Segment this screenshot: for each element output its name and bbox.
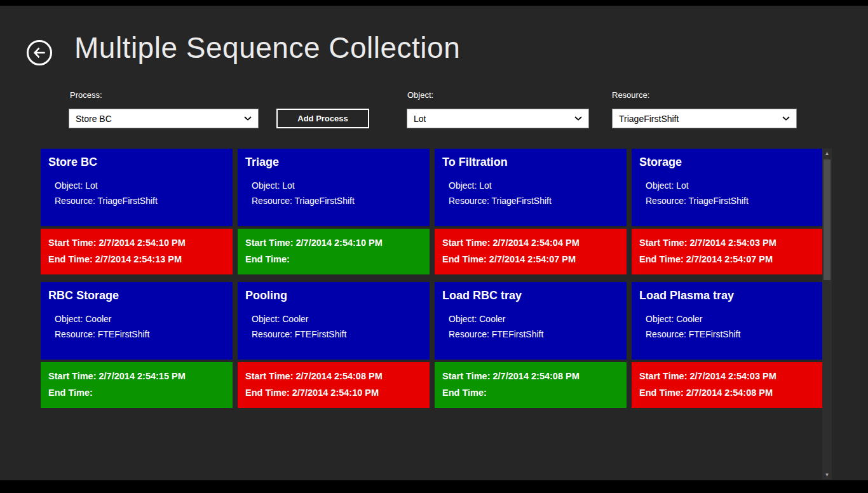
card-times: Start Time: 2/7/2014 2:54:15 PM End Time… (41, 362, 233, 408)
card-start-time: Start Time: 2/7/2014 2:54:04 PM (442, 234, 619, 251)
card-end-time: End Time: 2/7/2014 2:54:10 PM (245, 384, 422, 401)
card-object-label: Object: (55, 314, 83, 324)
process-card[interactable]: Load RBC tray Object: Cooler Resource: F… (435, 282, 627, 408)
resource-dropdown[interactable]: TriageFirstShift (612, 109, 797, 128)
start-time-label: Start Time: (639, 238, 687, 248)
process-card[interactable]: Storage Object: Lot Resource: TriageFirs… (632, 149, 824, 274)
card-object-value: Cooler (85, 314, 111, 324)
card-header: Storage Object: Lot Resource: TriageFirs… (632, 149, 824, 226)
card-resource-value: FTEFirstShift (492, 329, 544, 339)
card-resource-label: Resource: (646, 329, 686, 339)
process-card[interactable]: To Filtration Object: Lot Resource: Tria… (435, 149, 627, 274)
back-button[interactable] (27, 40, 52, 65)
card-times: Start Time: 2/7/2014 2:54:04 PM End Time… (435, 229, 627, 274)
process-card[interactable]: Triage Object: Lot Resource: TriageFirst… (238, 149, 430, 274)
card-object-value: Lot (676, 180, 688, 191)
card-times: Start Time: 2/7/2014 2:54:08 PM End Time… (238, 362, 430, 408)
start-time-value: 2/7/2014 2:54:10 PM (296, 238, 383, 248)
card-end-time: End Time: (245, 251, 422, 267)
card-end-time: End Time: 2/7/2014 2:54:07 PM (639, 251, 816, 267)
card-resource: Resource: TriageFirstShift (245, 193, 422, 208)
card-header: Load Plasma tray Object: Cooler Resource… (632, 282, 824, 360)
card-title: Triage (245, 156, 422, 169)
card-object-label: Object: (646, 180, 674, 191)
end-time-label: End Time: (639, 388, 684, 398)
start-time-label: Start Time: (48, 371, 96, 381)
card-resource: Resource: FTEFirstShift (245, 327, 422, 342)
card-start-time: Start Time: 2/7/2014 2:54:03 PM (639, 368, 816, 384)
card-times: Start Time: 2/7/2014 2:54:03 PM End Time… (632, 362, 824, 408)
card-header: Load RBC tray Object: Cooler Resource: F… (435, 282, 627, 360)
card-header: Store BC Object: Lot Resource: TriageFir… (41, 149, 233, 226)
process-card[interactable]: RBC Storage Object: Cooler Resource: FTE… (41, 282, 233, 408)
object-dropdown[interactable]: Lot (407, 109, 589, 128)
card-start-time: Start Time: 2/7/2014 2:54:10 PM (245, 234, 422, 251)
card-times: Start Time: 2/7/2014 2:54:03 PM End Time… (632, 229, 824, 274)
card-title: Pooling (245, 289, 422, 302)
card-title: RBC Storage (48, 289, 225, 302)
end-time-value: 2/7/2014 2:54:13 PM (95, 254, 182, 264)
card-resource-value: FTEFirstShift (689, 329, 741, 339)
card-object-label: Object: (55, 180, 83, 191)
start-time-value: 2/7/2014 2:54:03 PM (690, 371, 776, 381)
resource-label: Resource: (612, 90, 649, 100)
card-object: Object: Lot (245, 178, 422, 193)
card-header: Pooling Object: Cooler Resource: FTEFirs… (238, 282, 430, 360)
card-object: Object: Lot (639, 178, 816, 193)
card-header: RBC Storage Object: Cooler Resource: FTE… (41, 282, 233, 360)
add-process-button[interactable]: Add Process (276, 109, 369, 128)
start-time-label: Start Time: (245, 238, 293, 248)
card-object-label: Object: (252, 314, 280, 324)
start-time-value: 2/7/2014 2:54:03 PM (690, 238, 776, 248)
end-time-value: 2/7/2014 2:54:08 PM (686, 388, 773, 398)
card-start-time: Start Time: 2/7/2014 2:54:08 PM (442, 368, 619, 384)
process-card[interactable]: Store BC Object: Lot Resource: TriageFir… (41, 149, 233, 274)
start-time-value: 2/7/2014 2:54:10 PM (99, 238, 186, 248)
end-time-label: End Time: (639, 254, 684, 264)
card-times: Start Time: 2/7/2014 2:54:10 PM End Time… (41, 229, 233, 274)
card-object-value: Lot (85, 180, 97, 191)
process-label: Process: (70, 90, 102, 100)
card-resource-value: FTEFirstShift (295, 329, 347, 339)
card-object-label: Object: (449, 180, 477, 191)
card-object-value: Cooler (282, 314, 308, 324)
end-time-label: End Time: (48, 388, 93, 398)
card-resource-label: Resource: (252, 329, 292, 339)
card-object-value: Lot (479, 180, 491, 191)
process-card[interactable]: Pooling Object: Cooler Resource: FTEFirs… (238, 282, 430, 408)
end-time-value: 2/7/2014 2:54:07 PM (489, 254, 576, 264)
card-resource: Resource: FTEFirstShift (639, 327, 816, 342)
card-start-time: Start Time: 2/7/2014 2:54:08 PM (245, 368, 422, 384)
scroll-up-icon[interactable]: ▲ (822, 149, 832, 158)
card-resource-value: TriageFirstShift (294, 196, 354, 206)
card-object: Object: Cooler (442, 311, 619, 327)
card-object: Object: Cooler (48, 311, 225, 327)
process-dropdown[interactable]: Store BC (69, 109, 259, 128)
end-time-label: End Time: (245, 254, 290, 264)
scroll-down-icon[interactable]: ▼ (822, 470, 832, 480)
start-time-value: 2/7/2014 2:54:08 PM (296, 371, 383, 381)
card-resource: Resource: FTEFirstShift (48, 327, 225, 342)
vertical-scrollbar[interactable]: ▲ ▼ (822, 149, 832, 480)
end-time-label: End Time: (442, 254, 487, 264)
card-title: To Filtration (442, 156, 619, 169)
card-end-time: End Time: (442, 384, 619, 401)
card-resource: Resource: TriageFirstShift (48, 193, 225, 208)
card-object: Object: Lot (48, 178, 225, 193)
card-resource-value: TriageFirstShift (688, 196, 748, 206)
card-header: Triage Object: Lot Resource: TriageFirst… (238, 149, 430, 226)
process-card[interactable]: Load Plasma tray Object: Cooler Resource… (632, 282, 824, 408)
card-title: Load RBC tray (442, 289, 619, 302)
card-end-time: End Time: 2/7/2014 2:54:13 PM (48, 251, 225, 267)
start-time-label: Start Time: (639, 371, 687, 381)
card-title: Storage (639, 156, 816, 169)
card-resource-label: Resource: (646, 196, 686, 206)
object-label: Object: (407, 90, 433, 100)
card-object-label: Object: (449, 314, 477, 324)
chevron-down-icon (574, 116, 582, 121)
card-resource-label: Resource: (449, 196, 489, 206)
end-time-value: 2/7/2014 2:54:07 PM (686, 254, 773, 264)
start-time-label: Start Time: (442, 238, 490, 248)
end-time-value: 2/7/2014 2:54:10 PM (292, 388, 379, 398)
scrollbar-thumb[interactable] (824, 159, 831, 280)
